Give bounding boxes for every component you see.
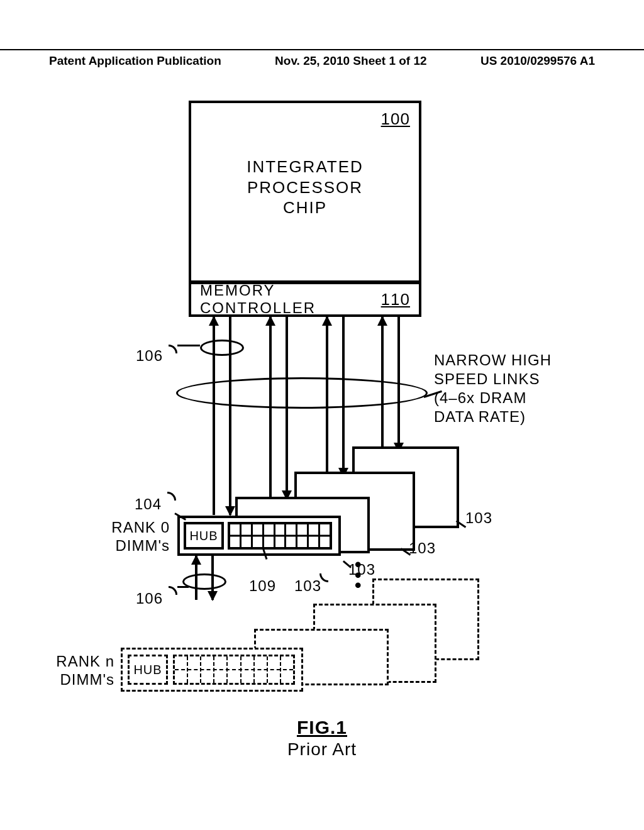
links-ann-l1: NARROW HIGH [434,351,552,368]
links-annotation: NARROW HIGH SPEED LINKS (4–6x DRAM DATA … [434,351,552,426]
ellipse-daisy [182,573,226,590]
slot-midline [230,535,330,537]
ellipsis-dots: ••• [355,560,362,591]
hook-106-bottom [169,586,177,595]
ref-106-top: 106 [136,347,163,365]
figure-1: 100 INTEGRATED PROCESSOR CHIP MEMORY CON… [0,0,644,830]
ref-106-bottom: 106 [136,590,163,607]
rankn-label: RANK n DIMM's [49,653,114,689]
processor-chip-box: 100 INTEGRATED PROCESSOR CHIP [189,101,421,283]
hub-box: HUB [184,522,224,550]
rankn-l1: RANK n [56,653,114,670]
links-ann-l4: DATA RATE) [434,408,526,425]
links-ann-l2: SPEED LINKS [434,370,540,387]
hub-label-n: HUB [133,663,162,677]
prior-art-label: Prior Art [0,739,644,760]
rankn-dimm-front: HUB [121,648,303,692]
rank0-label: RANK 0 DIMM's [101,519,170,555]
chip-label-l1: INTEGRATED [247,157,364,176]
rankn-l2: DIMM's [60,671,114,688]
ref-110: 110 [381,290,410,309]
figure-title: FIG.1 Prior Art [0,717,644,760]
rank0-l2: DIMM's [115,537,170,554]
ref-109: 109 [249,577,276,595]
chip-label-l3: CHIP [283,198,327,217]
dram-slot-row [228,522,332,550]
hook-106-top [169,345,177,353]
chip-label-l2: PROCESSOR [247,178,363,197]
ref-103-b: 103 [409,540,436,557]
ellipse-link-small [200,340,244,356]
hub-box-n: HUB [128,655,168,685]
memory-controller-box: MEMORY CONTROLLER 110 [189,283,421,317]
rank0-dimm-front: HUB [177,516,341,556]
ellipse-links-all [176,377,428,409]
rank0-l1: RANK 0 [111,519,170,536]
figure-number: FIG.1 [0,717,644,738]
slot-midline-n [175,669,293,670]
ref-103-c: 103 [348,561,375,578]
chip-label: INTEGRATED PROCESSOR CHIP [191,157,419,218]
mc-label: MEMORY CONTROLLER [200,282,381,317]
hook-104 [167,492,176,501]
ref-103-a: 103 [465,509,492,527]
ref-100: 100 [381,109,410,129]
dram-slot-row-n [173,655,295,685]
hub-label: HUB [189,529,218,543]
ref-103-d: 103 [294,577,321,595]
ref-104: 104 [135,495,162,513]
leader-106-top [177,345,200,346]
links-ann-l3: (4–6x DRAM [434,389,526,406]
leader-106-bottom [177,586,189,588]
